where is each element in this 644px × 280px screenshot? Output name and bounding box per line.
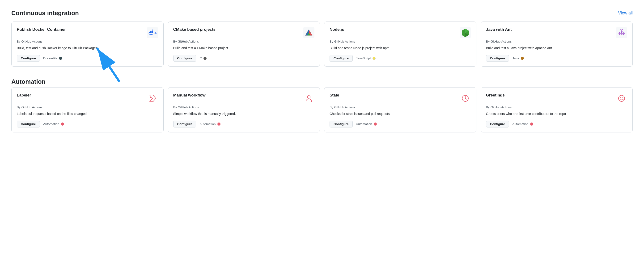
svg-rect-0 bbox=[149, 32, 150, 33]
lang-dot bbox=[530, 122, 533, 125]
svg-line-25 bbox=[623, 34, 624, 35]
svg-point-36 bbox=[620, 97, 621, 98]
configure-button[interactable]: Configure bbox=[330, 121, 353, 127]
ci-cards-grid: Publish Docker Container By GitHub Actio… bbox=[11, 22, 633, 67]
card-author: By GitHub Actions bbox=[486, 40, 628, 43]
ci-section-header: Continuous integration View all bbox=[11, 10, 633, 17]
card-footer: Configure Automation bbox=[173, 121, 315, 127]
card-greetings: Greetings By GitHub Actions Greets users… bbox=[481, 87, 633, 132]
card-java-ant: Java with Ant bbox=[481, 22, 633, 67]
configure-button[interactable]: Configure bbox=[17, 121, 40, 127]
card-footer: Configure JavaScript bbox=[330, 55, 471, 62]
card-title: Manual workflow bbox=[173, 93, 300, 98]
configure-button[interactable]: Configure bbox=[330, 55, 353, 62]
card-title: Greetings bbox=[486, 93, 613, 98]
card-nodejs: Node.js By GitHub Actions Build and test… bbox=[324, 22, 476, 67]
card-header: Manual workflow bbox=[173, 93, 315, 104]
java-ant-icon bbox=[616, 27, 627, 38]
svg-rect-2 bbox=[152, 32, 153, 33]
docker-icon bbox=[147, 27, 158, 38]
card-description: Simple workflow that is manually trigger… bbox=[173, 111, 315, 116]
svg-point-17 bbox=[621, 31, 622, 33]
nodejs-icon bbox=[460, 27, 471, 38]
lang-badge: Automation bbox=[512, 122, 533, 126]
card-footer: Configure Dockerfile bbox=[17, 55, 158, 62]
svg-rect-5 bbox=[152, 30, 153, 31]
lang-badge: Automation bbox=[200, 122, 220, 126]
lang-dot bbox=[61, 122, 64, 125]
card-author: By GitHub Actions bbox=[330, 105, 471, 109]
greetings-icon bbox=[616, 93, 627, 104]
card-description: Build and test a Java project with Apach… bbox=[486, 46, 628, 51]
card-description: Build, test and push Docker image to Git… bbox=[17, 46, 158, 51]
lang-dot bbox=[218, 122, 220, 125]
configure-button[interactable]: Configure bbox=[486, 55, 509, 62]
lang-label: Java bbox=[512, 57, 519, 60]
card-title: Node.js bbox=[330, 27, 457, 32]
svg-line-22 bbox=[619, 34, 620, 35]
card-description: Build and test a CMake based project. bbox=[173, 46, 315, 51]
lang-dot bbox=[204, 57, 206, 60]
lang-label: Automation bbox=[43, 122, 59, 126]
card-author: By GitHub Actions bbox=[330, 40, 471, 43]
card-title: Publish Docker Container bbox=[17, 27, 144, 32]
lang-badge: C bbox=[200, 57, 206, 60]
lang-label: Automation bbox=[356, 122, 372, 126]
card-header: Stale bbox=[330, 93, 471, 104]
lang-dot bbox=[521, 57, 524, 60]
card-author: By GitHub Actions bbox=[17, 105, 158, 109]
card-footer: Configure Automation bbox=[330, 121, 471, 127]
lang-dot bbox=[374, 122, 377, 125]
card-footer: Configure Automation bbox=[486, 121, 628, 127]
card-author: By GitHub Actions bbox=[173, 105, 315, 109]
card-footer: Configure Java bbox=[486, 55, 628, 62]
configure-button[interactable]: Configure bbox=[486, 121, 509, 127]
configure-button[interactable]: Configure bbox=[173, 55, 196, 62]
manual-workflow-icon bbox=[303, 93, 314, 104]
card-header: CMake based projects bbox=[173, 27, 315, 38]
lang-badge: JavaScript bbox=[356, 57, 376, 60]
lang-badge: Dockerfile bbox=[43, 57, 62, 60]
card-author: By GitHub Actions bbox=[486, 105, 628, 109]
configure-button[interactable]: Configure bbox=[17, 55, 40, 62]
card-title: Java with Ant bbox=[486, 27, 613, 32]
card-cmake: CMake based projects By GitHub Actions bbox=[168, 22, 320, 67]
lang-badge: Automation bbox=[43, 122, 64, 126]
view-all-link[interactable]: View all bbox=[618, 11, 633, 16]
card-description: Build and test a Node.js project with np… bbox=[330, 46, 471, 51]
lang-label: Automation bbox=[512, 122, 528, 126]
card-description: Checks for stale issues and pull request… bbox=[330, 111, 471, 116]
svg-line-27 bbox=[622, 29, 623, 30]
ci-section-title: Continuous integration bbox=[11, 10, 79, 17]
card-header: Node.js bbox=[330, 27, 471, 38]
configure-button[interactable]: Configure bbox=[173, 121, 196, 127]
lang-label: JavaScript bbox=[356, 57, 371, 60]
lang-dot bbox=[372, 57, 376, 60]
card-description: Greets users who are first time contribu… bbox=[486, 111, 628, 116]
card-title: Labeler bbox=[17, 93, 144, 98]
card-publish-docker: Publish Docker Container By GitHub Actio… bbox=[11, 22, 164, 67]
cmake-icon bbox=[303, 27, 314, 38]
labeler-icon bbox=[147, 93, 158, 104]
lang-label: Automation bbox=[200, 122, 216, 126]
svg-line-26 bbox=[620, 29, 621, 30]
card-footer: Configure Automation bbox=[17, 121, 158, 127]
card-title: CMake based projects bbox=[173, 27, 300, 32]
lang-dot bbox=[59, 57, 62, 60]
card-header: Greetings bbox=[486, 93, 628, 104]
svg-rect-3 bbox=[150, 31, 152, 32]
card-labeler: Labeler By GitHub Actions Labels pull re… bbox=[11, 87, 164, 132]
card-header: Publish Docker Container bbox=[17, 27, 158, 38]
card-author: By GitHub Actions bbox=[17, 40, 158, 43]
card-stale: Stale By GitHub Actions Checks for stale… bbox=[324, 87, 476, 132]
svg-point-30 bbox=[307, 95, 310, 98]
card-header: Labeler bbox=[17, 93, 158, 104]
svg-line-23 bbox=[623, 32, 624, 33]
card-footer: Configure C bbox=[173, 55, 315, 62]
stale-icon bbox=[460, 93, 471, 104]
svg-point-18 bbox=[620, 32, 623, 35]
lang-label: C bbox=[200, 57, 202, 60]
automation-section-header: Automation bbox=[11, 78, 633, 85]
lang-label: Dockerfile bbox=[43, 57, 57, 60]
card-author: By GitHub Actions bbox=[173, 40, 315, 43]
